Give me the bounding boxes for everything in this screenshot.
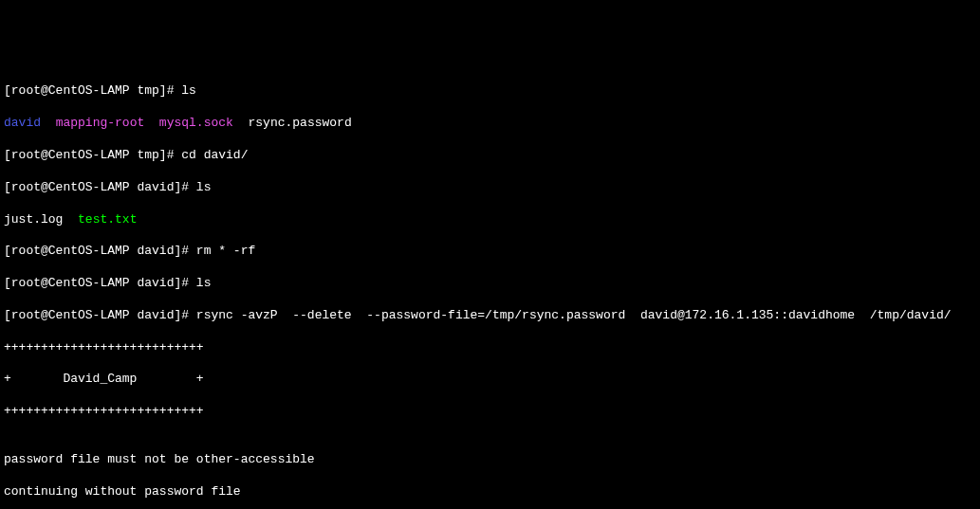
banner-line: + David_Camp + xyxy=(4,372,976,388)
file-name: mapping-root xyxy=(56,116,145,130)
command-text: rm * -rf xyxy=(196,244,255,258)
file-name: rsync.password xyxy=(248,116,351,130)
shell-prompt: [root@CentOS-LAMP david]# xyxy=(4,244,196,258)
banner-line: +++++++++++++++++++++++++++ xyxy=(4,340,976,356)
shell-prompt: [root@CentOS-LAMP tmp]# xyxy=(4,148,181,162)
shell-prompt: [root@CentOS-LAMP david]# xyxy=(4,180,196,194)
command-text: ls xyxy=(181,83,196,98)
command-text: ls xyxy=(196,276,212,290)
shell-prompt: [root@CentOS-LAMP tmp]# xyxy=(4,83,181,98)
output-line: password file must not be other-accessib… xyxy=(4,452,976,468)
file-name: just.log xyxy=(4,212,63,227)
shell-prompt: [root@CentOS-LAMP david]# xyxy=(4,308,196,322)
dir-name: david xyxy=(4,116,41,130)
output-line: continuing without password file xyxy=(4,484,976,500)
terminal-output: [root@CentOS-LAMP tmp]# ls david mapping… xyxy=(4,68,976,509)
command-text: ls xyxy=(196,180,212,194)
command-text: rsync -avzP --delete --password-file=/tm… xyxy=(196,308,952,322)
file-name: test.txt xyxy=(78,212,137,227)
shell-prompt: [root@CentOS-LAMP david]# xyxy=(4,276,196,290)
banner-line: +++++++++++++++++++++++++++ xyxy=(4,404,976,420)
file-name: mysql.sock xyxy=(159,116,233,130)
command-text: cd david/ xyxy=(181,148,248,162)
